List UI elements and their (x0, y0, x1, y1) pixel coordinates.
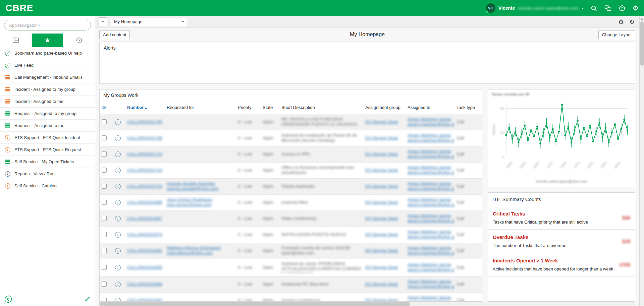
number-link[interactable]: CALL0002031738 (127, 135, 162, 140)
column-task-type[interactable]: Task type (457, 105, 475, 110)
user-menu[interactable]: VC Vicente vicente.carlos.lopez@cbre.com… (486, 3, 583, 13)
requested-for-link[interactable]: Antonio Alcalde Sanchez antonio.alcalde@… (167, 181, 234, 191)
sidebar-item[interactable]: Request - Assigned to my group (0, 108, 95, 120)
row-checkbox[interactable] (102, 119, 107, 124)
info-icon[interactable]: i (115, 200, 121, 205)
assignment-group-link[interactable]: ES Service Desk (365, 200, 398, 205)
change-layout-button[interactable]: Change Layout (598, 30, 635, 39)
info-icon[interactable]: i (115, 151, 121, 157)
assignment-group-link[interactable]: ES Service Desk (365, 282, 398, 287)
assignment-group-link[interactable]: ES Service Desk (365, 168, 398, 173)
number-link[interactable]: CALL0002031719 (127, 168, 162, 173)
sidebar-item[interactable]: Incident - Assigned to me (0, 96, 95, 108)
vertical-scrollbar[interactable]: ▲ (639, 16, 644, 306)
info-icon[interactable]: i (115, 184, 121, 189)
assigned-to-link[interactable]: Alvaro Martinez garcia alvaro.martinez@c… (408, 117, 454, 127)
row-checkbox[interactable] (102, 232, 107, 237)
number-link[interactable]: CALL0002031674 (127, 232, 162, 237)
assignment-group-link[interactable]: ES Service Desk (365, 265, 398, 270)
column-requested-for[interactable]: Requested for (167, 105, 194, 110)
assignment-group-link[interactable]: ES Service Desk (365, 184, 398, 189)
row-checkbox[interactable] (102, 248, 107, 253)
collapse-sidebar-button[interactable] (4, 295, 12, 303)
horizontal-scrollbar-thumb[interactable] (99, 302, 410, 306)
chat-icon[interactable] (604, 5, 611, 11)
info-icon[interactable]: i (115, 232, 121, 238)
row-checkbox[interactable] (102, 168, 107, 173)
add-tab-button[interactable]: + (99, 17, 107, 26)
tab-favorites[interactable]: ★ (32, 34, 64, 47)
info-icon[interactable]: i (115, 216, 121, 222)
assigned-to-link[interactable]: Alvaro Martinez garcia alvaro.martinez@c… (408, 245, 454, 255)
sidebar-item[interactable]: Request - Assigned to me (0, 120, 95, 132)
assigned-to-link[interactable]: Alvaro Martinez garcia alvaro.martinez@c… (408, 181, 454, 191)
sidebar-item[interactable]: i Reports - View / Run (0, 168, 95, 180)
column-assigned-to[interactable]: Assigned to (408, 105, 430, 110)
row-checkbox[interactable] (102, 184, 107, 189)
itil-summary-item[interactable]: Overdue Tasks The number of Tasks that a… (488, 230, 635, 253)
assigned-to-link[interactable]: Alvaro Martinez garcia alvaro.martinez@c… (408, 262, 454, 272)
sidebar-item[interactable]: Call Management - Inbound Emails (0, 71, 95, 83)
assignment-group-link[interactable]: ES Service Desk (365, 298, 398, 302)
sidebar-item[interactable]: i FTS Support - FTS Quick Request (0, 144, 95, 156)
sidebar-item[interactable]: i Live Feed (0, 59, 95, 71)
sidebar-item[interactable]: i FTS Support - FTS Quick Incident (0, 132, 95, 144)
number-link[interactable]: CALL0002031698 (127, 200, 162, 205)
itil-summary-item[interactable]: Incidents Opened > 1 Week Active inciden… (488, 253, 635, 277)
assignment-group-link[interactable]: ES Service Desk (365, 135, 398, 140)
number-link[interactable]: CALL0002031655 (127, 265, 162, 270)
info-icon[interactable]: i (115, 135, 121, 141)
info-icon[interactable]: i (115, 298, 121, 302)
requested-for-link[interactable]: Matthew Alfonso Echegaray matt.alfonso@c… (167, 245, 234, 255)
number-link[interactable]: CALL0002031648 (127, 282, 162, 287)
settings-gear-icon[interactable]: ⚙ (618, 18, 624, 25)
row-checkbox[interactable] (102, 265, 107, 270)
edit-favorites-button[interactable] (85, 296, 91, 302)
sidebar-item[interactable]: Incident - Assigned to my group (0, 83, 95, 96)
sidebar-item[interactable]: Self Service - My Open Tickets (0, 156, 95, 168)
info-icon[interactable]: i (115, 248, 121, 254)
assigned-to-link[interactable]: Alvaro Martinez garcia alvaro.martinez@c… (408, 229, 454, 239)
info-icon[interactable]: i (115, 168, 121, 173)
scroll-up-arrow-icon[interactable]: ▲ (641, 16, 643, 21)
row-checkbox[interactable] (102, 151, 107, 157)
assignment-group-link[interactable]: ES Service Desk (365, 216, 398, 221)
sidebar-item[interactable]: i Self Service - Catalog (0, 180, 95, 192)
number-link[interactable]: CALL0002031662 (127, 248, 162, 253)
assigned-to-link[interactable]: Alvaro Martinez garcia alvaro.martinez@c… (408, 295, 454, 302)
number-link[interactable]: CALL0002031745 (127, 119, 162, 124)
row-checkbox[interactable] (102, 135, 107, 140)
column-priority[interactable]: Priority (238, 105, 251, 110)
column-assignment-group[interactable]: Assignment group (365, 105, 400, 110)
tab-all-applications[interactable] (0, 34, 32, 47)
itil-summary-item[interactable]: Critical Tasks Tasks that have Critical … (488, 206, 635, 230)
assignment-group-link[interactable]: ES Service Desk (365, 232, 398, 237)
refresh-icon[interactable]: ↻ (629, 18, 635, 25)
horizontal-scrollbar[interactable] (99, 302, 635, 306)
row-checkbox[interactable] (102, 298, 107, 302)
gear-icon[interactable]: ⚙ (633, 4, 639, 12)
number-link[interactable]: CALL0002031703 (127, 184, 162, 189)
number-link[interactable]: CALL0002031687 (127, 216, 162, 221)
vertical-scrollbar-thumb[interactable] (640, 21, 644, 66)
tab-history[interactable] (63, 34, 95, 47)
assigned-to-link[interactable]: Alvaro Martinez garcia alvaro.martinez@c… (408, 149, 454, 159)
row-checkbox[interactable] (102, 200, 107, 205)
requested-for-link[interactable]: Jose Gomez Rodriguez jose.gomez@cbre.com (167, 197, 234, 207)
assigned-to-link[interactable]: Alvaro Martinez garcia alvaro.martinez@c… (408, 213, 454, 223)
row-checkbox[interactable] (102, 216, 107, 221)
assignment-group-link[interactable]: ES Service Desk (365, 248, 398, 253)
number-link[interactable]: CALL0002031640 (127, 298, 162, 302)
help-icon[interactable]: ? (619, 5, 625, 11)
row-checkbox[interactable] (102, 282, 107, 287)
number-link[interactable]: CALL0002031724 (127, 151, 162, 157)
assigned-to-link[interactable]: Alvaro Martinez garcia alvaro.martinez@c… (408, 197, 454, 207)
info-icon[interactable]: i (115, 265, 121, 270)
assigned-to-link[interactable]: Alvaro Martinez garcia alvaro.martinez@c… (408, 165, 454, 175)
sidebar-item[interactable]: ? Bookmark and pane-based UI help (0, 47, 95, 59)
assigned-to-link[interactable]: Alvaro Martinez garcia alvaro.martinez@c… (408, 279, 454, 289)
column-state[interactable]: State (263, 105, 273, 110)
column-number[interactable]: Number ▲ (127, 105, 147, 110)
info-icon[interactable]: i (115, 282, 121, 287)
column-short-description[interactable]: Short Description (281, 105, 315, 110)
